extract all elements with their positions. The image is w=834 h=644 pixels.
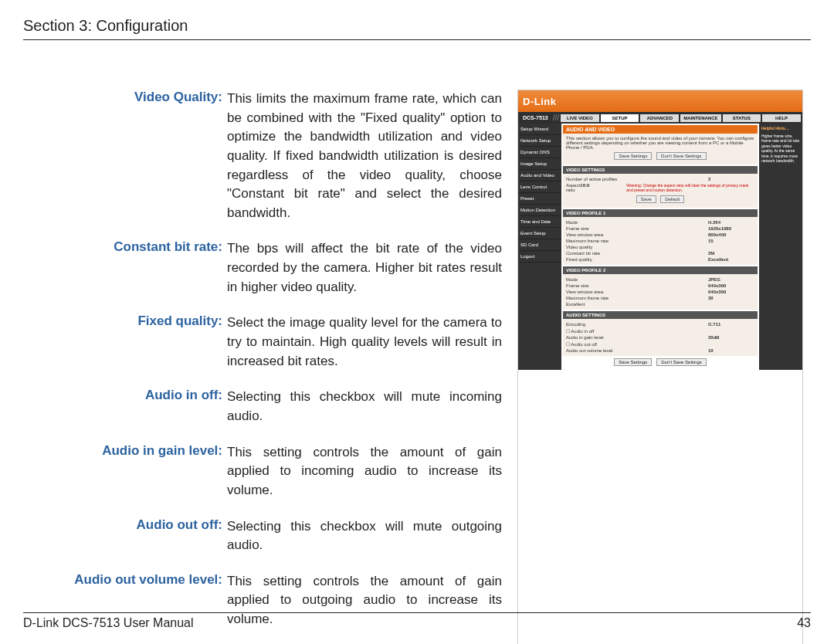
sidebar-item[interactable]: Event Setup: [518, 228, 561, 239]
sidebar-item[interactable]: Setup Wizard: [518, 124, 561, 135]
fig-help-panel: Helpful Hints… Higher frame size, frame …: [759, 124, 802, 370]
sidebar-item[interactable]: Dynamic DNS: [518, 147, 561, 158]
profile2-title: VIDEO PROFILE 2: [563, 266, 758, 274]
sidebar-item[interactable]: SD Card: [518, 239, 561, 251]
default-button[interactable]: Default: [660, 195, 684, 203]
field-label: Number of active profiles: [566, 177, 708, 181]
sidebar-item[interactable]: Logout: [518, 251, 561, 263]
definition-label: Audio in gain level:: [23, 443, 227, 500]
fig-main: AUDIO AND VIDEO This section allows you …: [561, 124, 759, 370]
warning-text: Warning: Change the aspect ratio will cl…: [626, 183, 754, 192]
definition-label: Video Quality:: [23, 90, 227, 222]
sidebar-item[interactable]: Time and Date: [518, 216, 561, 228]
definition-text: Selecting this checkbox will mute incomi…: [227, 388, 502, 425]
fig-brandbar: D-Link: [518, 90, 802, 112]
panel-intro: This section allows you to configure the…: [563, 134, 758, 164]
page-number: 43: [797, 616, 811, 630]
save-button[interactable]: Save: [636, 195, 656, 203]
definition-label: Constant bit rate:: [23, 239, 227, 297]
definition-row: Audio in off: Selecting this checkbox wi…: [23, 388, 502, 425]
definition-text: Select the image quality level for the c…: [227, 314, 502, 371]
definition-text: Selecting this checkbox will mute outgoi…: [227, 517, 502, 555]
help-title: Helpful Hints…: [761, 126, 800, 131]
content-area: Video Quality: This limits the maximum f…: [23, 90, 811, 644]
audio-settings-title: AUDIO SETTINGS: [563, 311, 758, 319]
definition-label: Audio in off:: [23, 388, 227, 425]
tab-live-video[interactable]: LIVE VIDEO: [561, 114, 599, 122]
tab-status[interactable]: STATUS: [723, 114, 761, 122]
sidebar-item[interactable]: Audio and Video: [518, 170, 561, 181]
definition-label: Fixed quality:: [23, 314, 227, 371]
panel-title: AUDIO AND VIDEO: [563, 125, 758, 134]
field-value[interactable]: 16:9: [580, 183, 626, 192]
video-settings-title: VIDEO SETTINGS: [563, 166, 758, 174]
bottom-rule: [23, 612, 811, 613]
config-screenshot: D-Link DCS-7513 /// LIVE VIDEO SETUP ADV…: [517, 90, 803, 644]
tab-help[interactable]: HELP: [762, 114, 801, 122]
definition-row: Audio in gain level: This setting contro…: [23, 443, 502, 500]
field-value[interactable]: 2: [708, 177, 754, 181]
definition-row: Audio out off: Selecting this checkbox w…: [23, 517, 502, 555]
brand-logo: D-Link: [523, 96, 556, 107]
save-settings-button[interactable]: Save Settings: [614, 358, 652, 366]
definitions-list: Video Quality: This limits the maximum f…: [23, 90, 502, 644]
tab-maintenance[interactable]: MAINTENANCE: [680, 114, 720, 122]
fig-tabs-row: DCS-7513 /// LIVE VIDEO SETUP ADVANCED M…: [518, 112, 802, 124]
panel-intro-text: This section allows you to configure the…: [566, 136, 754, 150]
top-rule: [23, 39, 811, 40]
sidebar-item[interactable]: Motion Detection: [518, 205, 561, 216]
definition-text: This limits the maximum frame rate, whic…: [227, 90, 502, 222]
fig-body: Setup Wizard Network Setup Dynamic DNS I…: [518, 124, 802, 370]
definition-text: The bps will affect the bit rate of the …: [227, 239, 502, 297]
tab-setup[interactable]: SETUP: [601, 114, 639, 122]
fig-sidebar: Setup Wizard Network Setup Dynamic DNS I…: [518, 124, 561, 370]
manual-title: D-Link DCS-7513 User Manual: [23, 616, 194, 630]
dont-save-settings-button[interactable]: Don't Save Settings: [656, 358, 707, 366]
sidebar-item[interactable]: Preset: [518, 193, 561, 205]
sidebar-item[interactable]: Network Setup: [518, 135, 561, 147]
section-title: Section 3: Configuration: [23, 17, 811, 38]
fig-model: DCS-7513: [520, 115, 551, 120]
dont-save-settings-button[interactable]: Don't Save Settings: [656, 152, 707, 160]
sidebar-item[interactable]: Image Setup: [518, 158, 561, 170]
sidebar-item[interactable]: Lens Control: [518, 181, 561, 193]
separator-icon: ///: [553, 114, 559, 122]
definition-row: Fixed quality: Select the image quality …: [23, 314, 502, 371]
definition-label: Audio out off:: [23, 517, 227, 555]
field-label: Aspect ratio: [566, 183, 580, 192]
save-settings-button[interactable]: Save Settings: [614, 152, 652, 160]
profile1-title: VIDEO PROFILE 1: [563, 209, 758, 217]
page-footer: D-Link DCS-7513 User Manual 43: [23, 612, 811, 630]
definition-row: Video Quality: This limits the maximum f…: [23, 90, 502, 222]
definition-text: This setting controls the amount of gain…: [227, 443, 502, 500]
definition-row: Constant bit rate: The bps will affect t…: [23, 239, 502, 297]
tab-advanced[interactable]: ADVANCED: [640, 114, 679, 122]
